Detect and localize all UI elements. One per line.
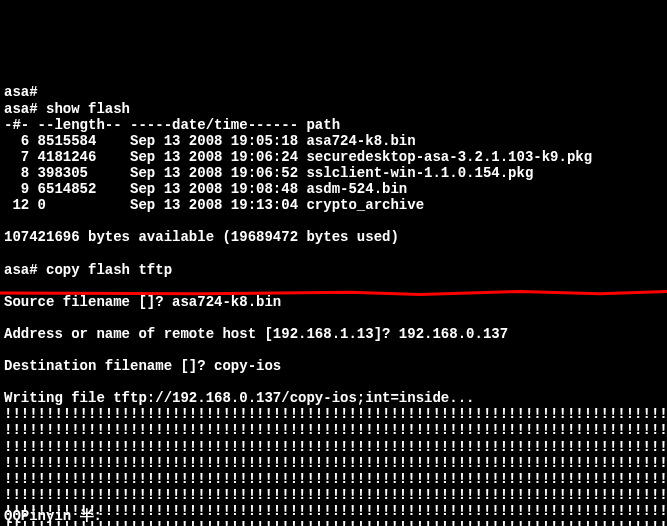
progress-row: !!!!!!!!!!!!!!!!!!!!!!!!!!!!!!!!!!!!!!!!… bbox=[4, 422, 667, 438]
flash-file-row: 7 4181246 Sep 13 2008 19:06:24 securedes… bbox=[4, 149, 592, 165]
flash-header: -#- --length-- -----date/time------ path bbox=[4, 117, 340, 133]
progress-row: !!!!!!!!!!!!!!!!!!!!!!!!!!!!!!!!!!!!!!!!… bbox=[4, 487, 667, 503]
command-line: asa# show flash bbox=[4, 101, 130, 117]
prompt-line: asa# bbox=[4, 84, 38, 100]
progress-row: !!!!!!!!!!!!!!!!!!!!!!!!!!!!!!!!!!!!!!!!… bbox=[4, 503, 667, 519]
flash-file-row: 6 8515584 Sep 13 2008 19:05:18 asa724-k8… bbox=[4, 133, 416, 149]
source-prompt: Source filename []? asa724-k8.bin bbox=[4, 294, 281, 310]
highlight-annotation bbox=[0, 290, 667, 296]
progress-row: !!!!!!!!!!!!!!!!!!!!!!!!!!!!!!!!!!!!!!!!… bbox=[4, 519, 667, 526]
copy-command: asa# copy flash tftp bbox=[4, 262, 172, 278]
bytes-line: 107421696 bytes available (19689472 byte… bbox=[4, 229, 399, 245]
progress-row: !!!!!!!!!!!!!!!!!!!!!!!!!!!!!!!!!!!!!!!!… bbox=[4, 439, 667, 455]
destination-prompt: Destination filename []? copy-ios bbox=[4, 358, 281, 374]
progress-row: !!!!!!!!!!!!!!!!!!!!!!!!!!!!!!!!!!!!!!!!… bbox=[4, 455, 667, 471]
writing-line: Writing file tftp://192.168.0.137/copy-i… bbox=[4, 390, 474, 406]
flash-file-row: 8 398305 Sep 13 2008 19:06:52 sslclient-… bbox=[4, 165, 533, 181]
progress-row: !!!!!!!!!!!!!!!!!!!!!!!!!!!!!!!!!!!!!!!!… bbox=[4, 406, 667, 422]
host-prompt: Address or name of remote host [192.168.… bbox=[4, 326, 508, 342]
flash-file-row: 12 0 Sep 13 2008 19:13:04 crypto_archive bbox=[4, 197, 424, 213]
progress-row: !!!!!!!!!!!!!!!!!!!!!!!!!!!!!!!!!!!!!!!!… bbox=[4, 471, 667, 487]
flash-file-row: 9 6514852 Sep 13 2008 19:08:48 asdm-524.… bbox=[4, 181, 407, 197]
ime-status-bar: QQPinyin 半: bbox=[4, 508, 102, 524]
